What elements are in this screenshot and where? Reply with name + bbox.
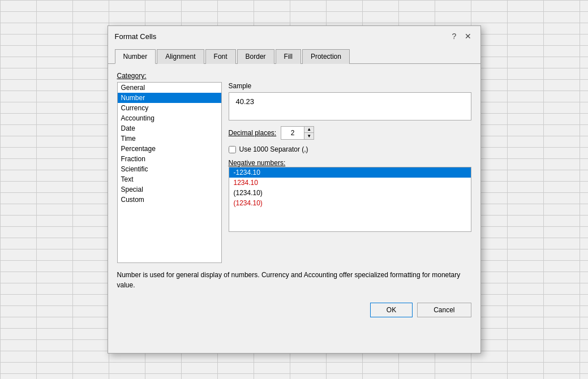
list-item[interactable]: Date [118,123,221,133]
negative-numbers-section: Negative numbers: -1234.10 1234.10 (1234… [229,159,471,232]
spinner-up[interactable]: ▲ [304,127,314,133]
list-item[interactable]: Fraction [118,154,221,164]
tab-border[interactable]: Border [237,49,274,64]
list-item[interactable]: -1234.10 [229,167,471,178]
decimal-places-label: Decimal places: [229,129,277,137]
dialog-content: Category: General Number Currency Accoun… [108,64,480,297]
list-item[interactable]: (1234.10) [229,198,471,208]
tab-protection[interactable]: Protection [302,49,350,64]
dialog-footer: OK Cancel [108,297,480,326]
list-item[interactable]: Special [118,184,221,195]
tab-alignment[interactable]: Alignment [157,49,204,64]
separator-checkbox[interactable] [229,146,236,153]
tab-strip: Number Alignment Font Border Fill Protec… [108,45,480,64]
description-text: Number is used for general display of nu… [117,270,471,290]
category-label: Category: [117,72,471,80]
list-item[interactable]: Number [118,93,221,103]
title-buttons: ? ✕ [449,31,474,42]
list-item[interactable]: (1234.10) [229,188,471,198]
tab-font[interactable]: Font [205,49,236,64]
dialog-title: Format Cells [115,32,157,41]
sample-box: 40.23 [229,92,471,120]
decimal-input[interactable] [281,127,304,139]
ok-button[interactable]: OK [370,303,413,317]
list-item[interactable]: Scientific [118,164,221,174]
spinner-down[interactable]: ▼ [304,133,314,139]
close-button[interactable]: ✕ [462,31,474,42]
spinner-buttons: ▲ ▼ [304,127,314,139]
tab-fill[interactable]: Fill [276,49,301,64]
category-panel: General Number Currency Accounting Date … [117,82,222,263]
list-item[interactable]: Accounting [118,113,221,123]
format-cells-dialog: Format Cells ? ✕ Number Alignment Font B… [108,25,481,354]
separator-label: Use 1000 Separator (,) [239,145,308,153]
separator-checkbox-row: Use 1000 Separator (,) [229,145,471,153]
list-item[interactable]: Custom [118,195,221,205]
negative-numbers-label: Negative numbers: [229,159,471,167]
list-item[interactable]: Text [118,174,221,184]
help-button[interactable]: ? [449,31,460,42]
list-item[interactable]: General [118,83,221,93]
category-list[interactable]: General Number Currency Accounting Date … [117,82,222,263]
negative-numbers-list[interactable]: -1234.10 1234.10 (1234.10) (1234.10) [229,167,471,232]
list-item[interactable]: 1234.10 [229,178,471,188]
dialog-title-bar: Format Cells ? ✕ [108,26,480,45]
list-item[interactable]: Currency [118,103,221,113]
sample-label: Sample [229,82,471,90]
list-item[interactable]: Percentage [118,144,221,154]
right-panel: Sample 40.23 Decimal places: ▲ ▼ [229,82,471,263]
sample-section: Sample 40.23 [229,82,471,120]
list-item[interactable]: Time [118,133,221,144]
main-body: General Number Currency Accounting Date … [117,82,471,263]
decimal-places-row: Decimal places: ▲ ▼ [229,126,471,140]
decimal-spinner[interactable]: ▲ ▼ [281,126,314,140]
tab-number[interactable]: Number [115,49,156,64]
cancel-button[interactable]: Cancel [417,303,471,317]
sample-value: 40.23 [236,97,255,106]
